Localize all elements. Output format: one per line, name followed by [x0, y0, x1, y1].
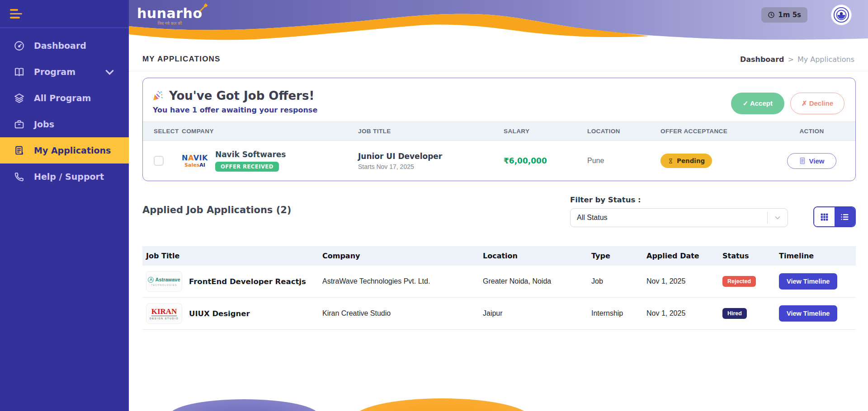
col-select: SELECT — [143, 122, 171, 140]
header-actions: 1m 5s — [761, 5, 852, 25]
breadcrumb-separator: > — [788, 55, 794, 64]
page-header-row: MY APPLICATIONS Dashboard > My Applicati… — [129, 43, 868, 71]
page-title: MY APPLICATIONS — [142, 55, 221, 64]
offer-start-date: Starts Nov 17, 2025 — [358, 163, 493, 170]
application-applied-date: Nov 1, 2025 — [643, 304, 719, 323]
col-salary: SALARY — [493, 122, 576, 140]
offer-action-buttons: ✓ Accept ✗ Decline — [731, 93, 844, 114]
col-timeline: Timeline — [775, 246, 856, 266]
list-icon — [840, 212, 849, 222]
bottom-purple-wave-decoration — [170, 399, 319, 411]
avatar-logo-icon — [833, 6, 850, 23]
offers-table-header: SELECT COMPANY JOB TITLE SALARY LOCATION… — [143, 121, 855, 141]
offer-select-checkbox[interactable] — [154, 156, 164, 166]
help-support-icon — [14, 171, 25, 182]
job-offers-card: You've Got Job Offers! You have 1 offer … — [142, 78, 856, 181]
sidebar-header — [0, 0, 129, 28]
col-job-title: JOB TITLE — [347, 122, 493, 140]
status-badge: Hired — [722, 308, 747, 319]
grid-view-button[interactable] — [814, 207, 835, 226]
application-location: Greater Noida, Noida — [479, 272, 588, 291]
dashboard-icon — [14, 40, 25, 51]
party-popper-icon — [152, 90, 164, 102]
col-company: COMPANY — [171, 122, 347, 140]
applications-table: Job Title Company Location Type Applied … — [142, 246, 856, 330]
astrawave-logo: AAstrawave TECHNOLOGIES — [146, 271, 182, 292]
brand-tagline: जिद नये कल की — [137, 21, 203, 26]
application-job-title: FrontEnd Developer Reactjs — [189, 277, 306, 286]
col-location: Location — [479, 246, 588, 266]
brand-logo[interactable]: hunarho जिद नये कल की — [137, 5, 203, 26]
offers-card-header: You've Got Job Offers! You have 1 offer … — [143, 78, 855, 121]
col-location: LOCATION — [576, 122, 650, 140]
offer-company-name: Navik Softwares — [215, 150, 286, 159]
bottom-orange-wave-decoration — [353, 398, 531, 411]
col-offer-acceptance: OFFER ACCEPTANCE — [650, 122, 768, 140]
col-type: Type — [588, 246, 643, 266]
col-job-title: Job Title — [142, 246, 319, 266]
application-location: Jaipur — [479, 304, 588, 323]
decline-button[interactable]: ✗ Decline — [790, 93, 844, 114]
clock-icon — [768, 11, 775, 19]
document-icon — [799, 157, 806, 164]
sidebar-nav: Dashboard Program All Program Jobs — [0, 28, 129, 190]
sidebar-item-program[interactable]: Program — [0, 59, 129, 85]
status-filter-value: All Status — [577, 214, 767, 222]
sidebar-item-help-support[interactable]: Help / Support — [0, 163, 129, 190]
breadcrumb-dashboard-link[interactable]: Dashboard — [740, 55, 784, 64]
dart-icon — [199, 2, 209, 12]
sidebar-item-label: Jobs — [34, 119, 54, 129]
application-applied-date: Nov 1, 2025 — [643, 272, 719, 291]
user-avatar[interactable] — [831, 5, 852, 25]
breadcrumb: Dashboard > My Applications — [740, 55, 854, 64]
offer-location: Pune — [576, 148, 650, 174]
all-program-icon — [14, 93, 25, 104]
view-timeline-button[interactable]: View Timeline — [779, 305, 837, 322]
sidebar-item-dashboard[interactable]: Dashboard — [0, 33, 129, 59]
sidebar-item-label: All Program — [34, 93, 91, 103]
program-icon — [14, 66, 25, 78]
view-timeline-button[interactable]: View Timeline — [779, 273, 837, 290]
application-company: AstraWave Technologies Pvt. Ltd. — [319, 272, 479, 291]
application-row: AAstrawave TECHNOLOGIES FrontEnd Develop… — [142, 266, 856, 298]
offers-title: You've Got Job Offers! — [169, 89, 314, 103]
application-company: Kiran Creative Studio — [319, 304, 479, 323]
sidebar-item-label: My Applications — [34, 145, 111, 155]
applied-section-header: Applied Job Applications (2) Filter by S… — [142, 196, 856, 227]
sidebar-item-my-applications[interactable]: My Applications — [0, 137, 129, 163]
top-header: hunarho जिद नये कल की 1m 5s — [129, 0, 868, 43]
sidebar: Dashboard Program All Program Jobs — [0, 0, 129, 411]
breadcrumb-current: My Applications — [797, 55, 854, 64]
col-company: Company — [319, 246, 479, 266]
application-type: Job — [588, 272, 643, 291]
my-applications-icon — [14, 145, 25, 156]
sidebar-item-label: Help / Support — [34, 172, 104, 182]
status-filter-select[interactable]: All Status — [570, 208, 788, 227]
chevron-down-icon — [774, 214, 782, 222]
kiran-logo: KIRAN DESIGN STUDIO — [146, 303, 182, 324]
filter-label: Filter by Status : — [570, 196, 788, 204]
accept-button[interactable]: ✓ Accept — [731, 93, 784, 114]
applications-table-header: Job Title Company Location Type Applied … — [142, 246, 856, 266]
application-type: Internship — [588, 304, 643, 323]
offer-salary: ₹6,00,000 — [493, 147, 576, 174]
content: You've Got Job Offers! You have 1 offer … — [129, 71, 868, 330]
grid-icon — [820, 212, 829, 222]
col-applied-date: Applied Date — [643, 246, 719, 266]
session-timer[interactable]: 1m 5s — [761, 7, 807, 23]
applied-title: Applied Job Applications (2) — [142, 205, 291, 227]
app-root: Dashboard Program All Program Jobs — [0, 0, 868, 411]
application-row: KIRAN DESIGN STUDIO UIUX Designer Kiran … — [142, 298, 856, 330]
hamburger-menu-icon[interactable] — [10, 9, 22, 19]
sidebar-item-label: Program — [34, 67, 95, 77]
col-action: ACTION — [768, 122, 855, 140]
view-offer-button[interactable]: View — [787, 153, 837, 169]
sidebar-item-all-program[interactable]: All Program — [0, 85, 129, 111]
status-badge: Rejected — [722, 276, 756, 287]
list-view-button[interactable] — [835, 207, 855, 226]
hourglass-icon — [668, 158, 674, 164]
sidebar-item-label: Dashboard — [34, 41, 86, 51]
sidebar-item-jobs[interactable]: Jobs — [0, 111, 129, 137]
navik-logo: NAVIK SalesAI — [182, 154, 208, 168]
offer-received-badge: OFFER RECEIVED — [215, 162, 279, 172]
